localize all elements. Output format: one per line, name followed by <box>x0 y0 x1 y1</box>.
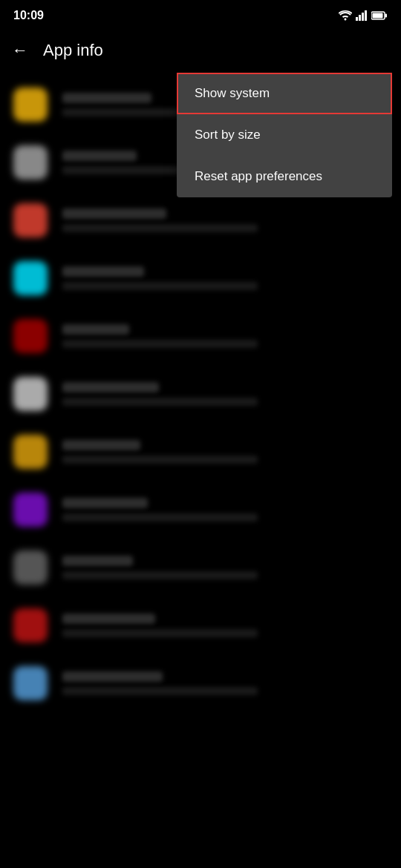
list-item[interactable] <box>0 423 401 481</box>
list-item[interactable] <box>0 654 401 712</box>
battery-icon <box>371 11 388 20</box>
status-bar: 10:09 <box>0 0 401 28</box>
list-item[interactable] <box>0 596 401 654</box>
svg-rect-3 <box>365 10 367 21</box>
dropdown-item-show-system[interactable]: Show system <box>177 73 392 114</box>
app-info <box>62 498 388 522</box>
app-icon <box>13 319 48 353</box>
app-size <box>62 398 258 406</box>
app-name <box>62 324 129 335</box>
app-size <box>62 687 258 695</box>
app-name <box>62 151 137 161</box>
app-icon <box>13 435 48 469</box>
app-info <box>62 614 388 637</box>
app-name <box>62 671 163 682</box>
status-time: 10:09 <box>13 9 44 22</box>
signal-icon <box>356 10 368 21</box>
status-icons <box>339 10 388 21</box>
app-info <box>62 324 388 348</box>
app-name <box>62 266 144 277</box>
app-icon <box>13 666 48 700</box>
app-icon <box>13 608 48 642</box>
page-title: App info <box>43 41 103 60</box>
dropdown-item-sort-by-size[interactable]: Sort by size <box>177 114 392 156</box>
app-name <box>62 556 133 566</box>
list-item[interactable] <box>0 249 401 307</box>
svg-rect-5 <box>385 14 388 18</box>
app-icon <box>13 145 48 180</box>
svg-rect-6 <box>373 13 383 19</box>
wifi-icon <box>339 10 352 21</box>
list-item[interactable] <box>0 365 401 423</box>
app-icon <box>13 88 48 122</box>
svg-rect-1 <box>359 15 361 21</box>
svg-rect-0 <box>356 17 358 21</box>
list-item[interactable] <box>0 191 401 249</box>
list-item[interactable] <box>0 307 401 365</box>
dropdown-menu: Show systemSort by sizeReset app prefere… <box>177 73 392 197</box>
app-icon <box>13 203 48 237</box>
app-size <box>62 456 258 464</box>
list-item[interactable] <box>0 539 401 596</box>
svg-rect-2 <box>362 13 364 21</box>
top-bar: ← App info <box>0 28 401 73</box>
app-info <box>62 266 388 290</box>
app-size <box>62 224 258 232</box>
app-size <box>62 340 258 348</box>
app-name <box>62 208 166 219</box>
app-name <box>62 614 155 624</box>
app-icon <box>13 377 48 411</box>
app-info <box>62 556 388 579</box>
app-info <box>62 208 388 232</box>
app-icon <box>13 550 48 585</box>
back-button[interactable]: ← <box>12 41 28 60</box>
app-name <box>62 382 159 392</box>
list-item[interactable] <box>0 481 401 539</box>
app-size <box>62 513 258 522</box>
dropdown-item-reset-app-preferences[interactable]: Reset app preferences <box>177 156 392 197</box>
app-info <box>62 382 388 406</box>
app-info <box>62 440 388 464</box>
app-size <box>62 282 258 290</box>
app-info <box>62 671 388 695</box>
app-name <box>62 93 151 103</box>
app-name <box>62 440 140 450</box>
app-icon <box>13 493 48 527</box>
app-size <box>62 629 258 637</box>
app-icon <box>13 261 48 295</box>
app-name <box>62 498 148 508</box>
app-size <box>62 571 258 579</box>
